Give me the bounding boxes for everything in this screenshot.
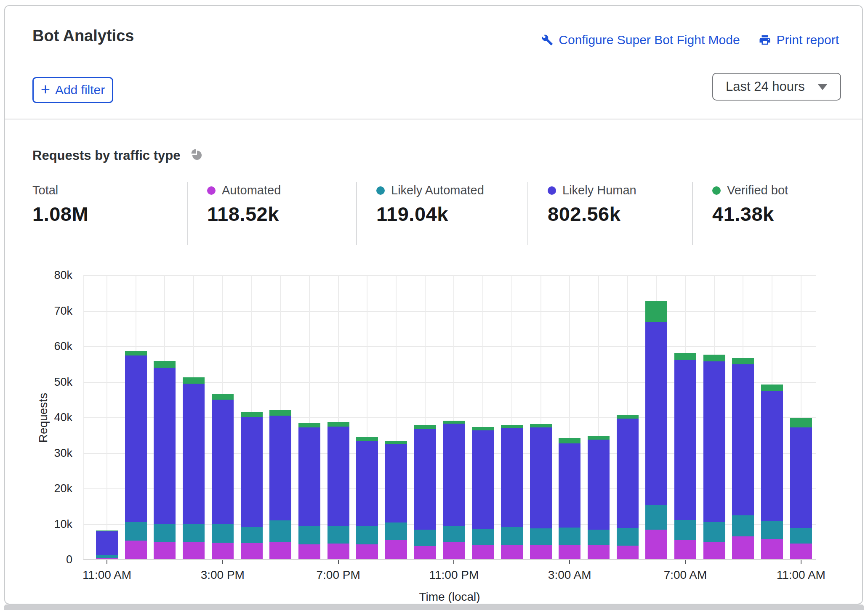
- bar-segment-verified-bot: [241, 412, 263, 417]
- bar-4-00-am-17[interactable]: [588, 436, 610, 559]
- bar-segment-verified-bot: [269, 410, 291, 416]
- bar-segment-likely-human: [761, 391, 783, 521]
- bar-12-00-am-13[interactable]: [472, 427, 494, 559]
- bar-segment-likely-human: [674, 360, 696, 520]
- bar-segment-likely-automated: [385, 522, 407, 540]
- bar-segment-automated: [645, 530, 667, 559]
- bar-11-00-am-24[interactable]: [790, 418, 812, 559]
- bar-segment-likely-human: [125, 355, 147, 522]
- bar-segment-automated: [183, 542, 205, 559]
- stat-value-automated: 118.52k: [207, 202, 356, 225]
- x-tick-label: 7:00 PM: [296, 568, 381, 582]
- bar-segment-automated: [327, 544, 349, 559]
- bar-segment-automated: [617, 546, 639, 559]
- bar-9-00-am-22[interactable]: [732, 358, 754, 559]
- bar-segment-automated: [790, 544, 812, 559]
- stat-label-verified-bot: Verified bot: [712, 183, 839, 197]
- bar-segment-verified-bot: [501, 425, 523, 428]
- next-section-edge: [4, 605, 864, 610]
- bar-segment-likely-human: [183, 384, 205, 524]
- bar-segment-automated: [414, 546, 436, 559]
- bar-segment-likely-automated: [356, 526, 378, 544]
- bar-segment-likely-human: [269, 416, 291, 520]
- bar-segment-automated: [530, 545, 552, 559]
- x-tick-label: 11:00 AM: [759, 568, 843, 582]
- bar-1-00-am-14[interactable]: [501, 425, 523, 559]
- bar-2-00-am-15[interactable]: [530, 424, 552, 559]
- bar-3-00-am-16[interactable]: [559, 438, 580, 559]
- bar-6-00-am-19[interactable]: [645, 301, 667, 559]
- bar-segment-likely-automated: [269, 520, 291, 542]
- x-axis-tick: [338, 560, 339, 564]
- likely-human-legend-dot: [548, 186, 556, 195]
- bar-segment-verified-bot: [356, 437, 378, 441]
- bar-4-00-pm-5[interactable]: [241, 412, 263, 559]
- bar-5-00-am-18[interactable]: [617, 415, 639, 559]
- bar-11-00-pm-12[interactable]: [443, 421, 465, 560]
- bar-segment-likely-automated: [617, 528, 639, 546]
- bar-segment-automated: [385, 540, 407, 559]
- bar-8-00-am-21[interactable]: [703, 355, 725, 559]
- bar-segment-likely-human: [327, 427, 349, 526]
- bar-segment-automated: [559, 545, 580, 559]
- bar-10-00-am-23[interactable]: [761, 385, 783, 559]
- stat-value-likely-automated: 119.04k: [376, 202, 527, 225]
- x-tick-label: 7:00 AM: [643, 568, 727, 582]
- bar-10-00-pm-11[interactable]: [414, 425, 436, 559]
- bar-segment-likely-human: [559, 443, 580, 527]
- bar-segment-verified-bot: [443, 421, 465, 424]
- bar-12-00-pm-1[interactable]: [125, 351, 147, 559]
- bar-7-00-am-20[interactable]: [674, 353, 696, 559]
- bar-segment-likely-automated: [674, 520, 696, 540]
- printer-icon: [759, 34, 771, 46]
- configure-super-bot-fight-mode-link[interactable]: Configure Super Bot Fight Mode: [541, 33, 740, 47]
- bar-2-00-pm-3[interactable]: [183, 377, 205, 559]
- plot-area: Requests Time (local) 010k20k30k40k50k60…: [83, 276, 816, 560]
- bar-3-00-pm-4[interactable]: [212, 394, 234, 559]
- y-tick-label: 40k: [41, 411, 72, 424]
- bar-segment-likely-human: [356, 441, 378, 525]
- stat-label-text: Likely Automated: [391, 183, 484, 197]
- bar-11-00-am-0[interactable]: [96, 530, 118, 559]
- bar-segment-likely-human: [212, 400, 234, 524]
- bar-segment-likely-automated: [790, 528, 812, 544]
- bar-segment-verified-bot: [327, 422, 349, 427]
- bar-segment-likely-automated: [588, 530, 610, 545]
- bar-segment-likely-human: [645, 322, 667, 505]
- bar-segment-likely-human: [732, 364, 754, 515]
- bar-6-00-pm-7[interactable]: [298, 423, 320, 559]
- bar-segment-likely-automated: [154, 524, 176, 542]
- bar-5-00-pm-6[interactable]: [269, 410, 291, 559]
- bar-segment-likely-human: [588, 440, 610, 530]
- bar-segment-automated: [703, 542, 725, 559]
- bar-segment-automated: [588, 545, 610, 559]
- bar-segment-likely-automated: [96, 555, 118, 558]
- stat-label-text: Automated: [222, 183, 281, 197]
- add-filter-label: Add filter: [55, 83, 105, 97]
- stat-likely-human: Likely Human802.56k: [527, 182, 692, 245]
- wrench-icon: [541, 34, 553, 46]
- bar-segment-verified-bot: [385, 441, 407, 444]
- bar-7-00-pm-8[interactable]: [327, 422, 349, 559]
- stat-total: Total1.08M: [32, 182, 187, 245]
- bar-segment-verified-bot: [559, 438, 580, 444]
- bar-segment-likely-human: [443, 424, 465, 526]
- y-tick-label: 70k: [41, 305, 72, 318]
- stat-label-likely-human: Likely Human: [548, 183, 692, 197]
- stat-label-likely-automated: Likely Automated: [376, 183, 527, 197]
- bar-segment-verified-bot: [125, 351, 147, 355]
- y-tick-label: 0: [41, 553, 72, 566]
- bar-segment-automated: [501, 545, 523, 559]
- bar-1-00-pm-2[interactable]: [154, 361, 176, 559]
- section-title-row: Requests by traffic type: [32, 148, 203, 163]
- print-report-link[interactable]: Print report: [759, 33, 839, 47]
- stat-label-automated: Automated: [207, 183, 356, 197]
- bar-8-00-pm-9[interactable]: [356, 437, 378, 559]
- bar-9-00-pm-10[interactable]: [385, 441, 407, 559]
- bar-segment-verified-bot: [298, 423, 320, 427]
- bar-segment-likely-automated: [183, 524, 205, 542]
- time-range-select[interactable]: Last 24 hours: [712, 73, 841, 101]
- bar-segment-likely-automated: [761, 521, 783, 539]
- bar-segment-automated: [674, 540, 696, 559]
- add-filter-button[interactable]: + Add filter: [32, 77, 113, 103]
